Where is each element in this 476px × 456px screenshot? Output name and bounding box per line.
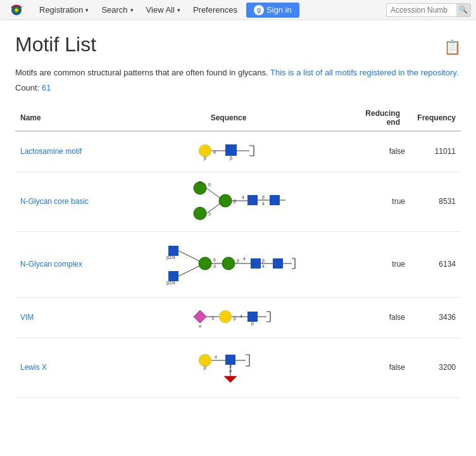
- svg-rect-42: [251, 258, 261, 269]
- search-input[interactable]: [387, 4, 456, 16]
- page-header: Motif List 📋: [15, 33, 461, 56]
- svg-point-18: [219, 194, 232, 207]
- page-title: Motif List: [15, 33, 96, 56]
- table-row: Lewis X β 4 3 α false 3200: [15, 338, 461, 397]
- svg-rect-8: [225, 144, 237, 156]
- svg-text:β: β: [237, 258, 239, 263]
- svg-rect-63: [225, 355, 235, 365]
- svg-text:4: 4: [243, 256, 246, 261]
- svg-text:6: 6: [208, 182, 211, 187]
- svg-text:β2/4: β2/4: [166, 255, 175, 260]
- table-row: VIM α 3 β 4 β false 3436: [15, 297, 461, 338]
- motif-name-link[interactable]: VIM: [20, 313, 34, 322]
- nav-registration[interactable]: Registration ▾: [33, 0, 95, 20]
- svg-text:β: β: [251, 321, 254, 326]
- book-icon: 📋: [444, 39, 461, 56]
- col-header-reducing: Reducing end: [353, 105, 410, 131]
- nav-search[interactable]: Search ▾: [95, 0, 139, 20]
- page-content: Motif List 📋 Motifs are common structura…: [0, 20, 476, 410]
- svg-text:4: 4: [242, 195, 244, 200]
- svg-marker-48: [194, 310, 206, 323]
- table-header-row: Name Sequence Reducing end Frequency: [15, 105, 461, 131]
- svg-marker-67: [224, 376, 237, 383]
- nav-preferences[interactable]: Preferences: [187, 0, 244, 20]
- table-row: N-Glycan complex β2/4 β2/4 6 3 β 4: [15, 231, 461, 297]
- svg-rect-46: [273, 258, 283, 269]
- motif-sequence-cell: β 4 3 α: [104, 338, 353, 397]
- accession-search[interactable]: 🔍: [386, 3, 471, 17]
- count-line: Count: 61: [15, 83, 461, 92]
- svg-text:3: 3: [208, 212, 211, 216]
- motif-frequency-cell: 3200: [410, 338, 461, 397]
- svg-text:β: β: [262, 195, 265, 200]
- motif-sequence-cell: β2/4 β2/4 6 3 β 4 β 4: [104, 231, 353, 297]
- svg-rect-28: [168, 246, 178, 256]
- motif-frequency-cell: 11011: [410, 131, 461, 172]
- motif-frequency-cell: 6134: [410, 231, 461, 297]
- svg-line-30: [178, 251, 202, 262]
- motif-frequency-cell: 3436: [410, 297, 461, 338]
- motif-name-cell: VIM: [15, 297, 104, 338]
- chevron-down-icon: ▾: [177, 7, 180, 13]
- svg-text:β: β: [230, 156, 232, 161]
- svg-text:4: 4: [262, 201, 265, 206]
- table-row: Lactosamine motif β 4 β false 11011: [15, 131, 461, 172]
- motif-name-cell: Lactosamine motif: [15, 131, 104, 172]
- google-icon: g: [254, 5, 264, 15]
- motif-reducing-end-cell: false: [353, 297, 410, 338]
- motif-frequency-cell: 8531: [410, 172, 461, 231]
- svg-rect-22: [247, 195, 258, 205]
- motif-sequence-cell: β 4 β: [104, 131, 353, 172]
- svg-line-33: [178, 265, 202, 276]
- navbar: Registration ▾ Search ▾ View All ▾ Prefe…: [0, 0, 476, 20]
- col-header-frequency: Frequency: [410, 105, 461, 131]
- svg-point-3: [15, 8, 18, 11]
- chevron-down-icon: ▾: [85, 7, 89, 13]
- motif-name-link[interactable]: N-Glycan complex: [20, 260, 82, 269]
- signin-button[interactable]: g Sign in: [246, 3, 299, 18]
- motif-sequence-cell: α 3 β 4 β: [104, 297, 353, 338]
- motif-reducing-end-cell: false: [353, 338, 410, 397]
- svg-text:3: 3: [213, 264, 216, 269]
- svg-rect-56: [247, 312, 258, 322]
- page-description: Motifs are common structural patterns th…: [15, 66, 461, 79]
- motif-sequence-cell: α 6 3 β 4 β 4: [104, 172, 353, 231]
- nav-viewall[interactable]: View All ▾: [140, 0, 187, 20]
- motif-name-cell: Lewis X: [15, 338, 104, 397]
- svg-text:α: α: [229, 369, 232, 373]
- motif-name-cell: N-Glycan complex: [15, 231, 104, 297]
- motif-reducing-end-cell: false: [353, 131, 410, 172]
- motif-name-cell: N-Glycan core basic: [15, 172, 104, 231]
- svg-text:α: α: [199, 180, 201, 184]
- count-value: 61: [42, 83, 51, 92]
- svg-point-52: [219, 310, 232, 323]
- svg-text:6: 6: [213, 258, 216, 262]
- svg-text:α: α: [199, 324, 201, 328]
- motif-name-link[interactable]: N-Glycan core basic: [20, 197, 89, 206]
- svg-text:β2/4: β2/4: [166, 281, 175, 286]
- svg-text:β: β: [204, 156, 206, 161]
- search-button[interactable]: 🔍: [456, 4, 470, 16]
- logo[interactable]: [5, 2, 28, 18]
- svg-point-15: [194, 207, 206, 220]
- svg-text:β: β: [204, 365, 206, 370]
- svg-text:4: 4: [215, 355, 217, 359]
- col-header-name: Name: [15, 105, 104, 131]
- motif-table: Name Sequence Reducing end Frequency Lac…: [15, 105, 461, 398]
- svg-text:4: 4: [262, 264, 265, 269]
- chevron-down-icon: ▾: [130, 7, 134, 13]
- motif-reducing-end-cell: true: [353, 231, 410, 297]
- svg-point-34: [199, 257, 211, 270]
- svg-rect-26: [270, 195, 280, 205]
- motif-name-link[interactable]: Lewis X: [20, 363, 47, 372]
- svg-rect-31: [168, 271, 178, 281]
- motif-name-link[interactable]: Lactosamine motif: [20, 147, 82, 156]
- col-header-sequence: Sequence: [104, 105, 353, 131]
- svg-point-4: [199, 144, 211, 157]
- motif-reducing-end-cell: true: [353, 172, 410, 231]
- svg-point-59: [199, 354, 211, 367]
- svg-point-38: [222, 257, 235, 270]
- table-row: N-Glycan core basic α 6 3 β 4 β 4: [15, 172, 461, 231]
- svg-text:β: β: [234, 199, 236, 204]
- svg-text:β: β: [262, 258, 265, 263]
